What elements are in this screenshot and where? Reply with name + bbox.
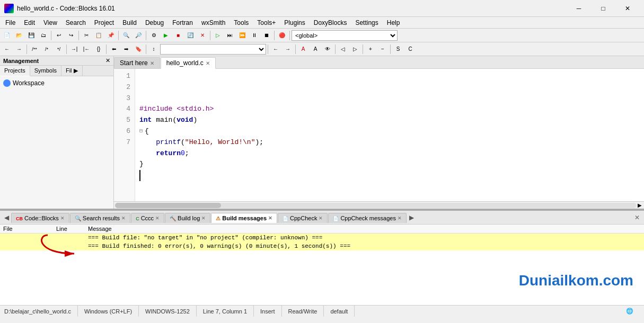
menu-item-file[interactable]: File [1, 18, 20, 28]
logs-tab-close[interactable]: ✕ [155, 216, 160, 221]
menu-item-wxsmith[interactable]: wxSmith [197, 18, 230, 28]
menu-item-search[interactable]: Search [61, 18, 90, 28]
menu-item-project[interactable]: Project [90, 18, 118, 28]
minimize-button[interactable]: ─ [567, 0, 591, 17]
highlight-btn[interactable]: A [297, 43, 309, 55]
bookmark-prev[interactable]: ⬅ [108, 43, 120, 55]
zoom-in[interactable]: + [365, 43, 376, 55]
horizontal-scrollbar[interactable]: ▶ [114, 201, 644, 209]
forward-button[interactable]: → [13, 43, 25, 55]
scroll-thumb[interactable] [115, 203, 221, 208]
indent-btn[interactable]: →| [68, 43, 80, 55]
sidebar-close[interactable]: ✕ [105, 57, 110, 64]
bookmark-toggle[interactable]: 🔖 [133, 43, 144, 55]
bottom-panel-close[interactable]: ✕ [632, 214, 642, 221]
cursor-left[interactable]: ◁ [337, 43, 349, 55]
menu-item-help[interactable]: Help [383, 18, 404, 28]
logs-tab-search-results[interactable]: 🔍Search results✕ [70, 213, 130, 223]
logs-tab-cccc[interactable]: CCccc✕ [131, 213, 164, 223]
logs-tab-prev[interactable]: ◀ [2, 214, 11, 221]
step-over-button[interactable]: ⏩ [236, 30, 248, 41]
tab-close-start-here[interactable]: ✕ [150, 60, 154, 66]
code-content[interactable]: #include <stdio.h>int main(void)⊟{ print… [135, 69, 644, 201]
save-button[interactable]: 💾 [25, 30, 37, 41]
copy-button[interactable]: 📋 [93, 30, 104, 41]
breakpoint-button[interactable]: 🔴 [276, 30, 288, 41]
zoom-out[interactable]: − [377, 43, 389, 55]
cut-button[interactable]: ✂ [81, 30, 92, 41]
comment-btn[interactable]: /* [41, 43, 52, 55]
logs-tab-next[interactable]: ▶ [407, 214, 416, 221]
sidebar-header: Management ✕ [0, 56, 113, 66]
logs-tab-close[interactable]: ✕ [121, 216, 126, 221]
logs-tab-build-messages[interactable]: ⚠Build messages✕ [211, 213, 277, 223]
logs-tab-close[interactable]: ✕ [60, 216, 65, 221]
match-btn[interactable]: {} [93, 43, 104, 55]
menu-item-doxyblocks[interactable]: DoxyBlocks [310, 18, 351, 28]
menu-item-debug[interactable]: Debug [141, 18, 168, 28]
stop-debug-button[interactable]: ⏹ [261, 30, 272, 41]
c-btn[interactable]: C [404, 43, 416, 55]
cursor-right[interactable]: ▷ [349, 43, 361, 55]
maximize-button[interactable]: □ [591, 0, 615, 17]
font-btn[interactable]: A [310, 43, 321, 55]
paste-button[interactable]: 📌 [105, 30, 117, 41]
redo-button[interactable]: ↪ [65, 30, 77, 41]
run-button[interactable]: ▶ [160, 30, 172, 41]
save-all-button[interactable]: 🗂 [38, 30, 49, 41]
menu-item-settings[interactable]: Settings [351, 18, 382, 28]
rebuild-button[interactable]: 🔄 [184, 30, 196, 41]
close-button[interactable]: ✕ [615, 0, 640, 17]
logs-tab-build-log[interactable]: 🔨Build log✕ [165, 213, 210, 223]
settings-button[interactable]: ⚙ [148, 30, 160, 41]
fwd2-btn[interactable]: → [282, 43, 294, 55]
editor-tab-hello-world-c[interactable]: hello_world.c✕ [161, 57, 216, 69]
bookmark-next[interactable]: ➡ [120, 43, 132, 55]
uncomment-btn[interactable]: */ [53, 43, 65, 55]
menu-item-tools+[interactable]: Tools+ [253, 18, 280, 28]
logs-tab-close[interactable]: ✕ [268, 216, 272, 221]
abort-button[interactable]: ✕ [197, 30, 208, 41]
logs-tab-close[interactable]: ✕ [398, 216, 402, 221]
logs-tab-cppcheck-messages[interactable]: 📄CppCheck messages✕ [328, 213, 407, 223]
scroll-right-arrow[interactable]: ▶ [637, 202, 643, 208]
sidebar-tab-fil--[interactable]: Fil ▶ [61, 66, 83, 76]
menu-item-view[interactable]: View [39, 18, 61, 28]
back-button[interactable]: ← [1, 43, 13, 55]
status-extra: default [324, 306, 355, 317]
menu-item-build[interactable]: Build [118, 18, 141, 28]
logs-tab-cppcheck[interactable]: 📄CppCheck✕ [278, 213, 328, 223]
debug-button[interactable]: ▷ [212, 30, 224, 41]
logs-tab-close[interactable]: ✕ [319, 216, 323, 221]
logs-tab-code--blocks[interactable]: CBCode::Blocks✕ [11, 213, 69, 223]
pause-button[interactable]: ⏸ [249, 30, 260, 41]
jump-btn[interactable]: ↕ [148, 43, 160, 55]
open-button[interactable]: 📂 [13, 30, 25, 41]
menu-item-fortran[interactable]: Fortran [168, 18, 197, 28]
step-button[interactable]: ⏭ [224, 30, 236, 41]
menu-item-edit[interactable]: Edit [20, 18, 39, 28]
new-file-button[interactable]: 📄 [1, 30, 13, 41]
sep11 [146, 44, 146, 54]
logs-tab-close[interactable]: ✕ [201, 216, 206, 221]
undo-button[interactable]: ↩ [53, 30, 65, 41]
back2-btn[interactable]: ← [270, 43, 281, 55]
sidebar-tab-projects[interactable]: Projects [0, 66, 30, 76]
view-btn[interactable]: 👁 [322, 43, 333, 55]
replace-button[interactable]: 🔎 [133, 30, 144, 41]
refresh-btn[interactable]: S [392, 43, 404, 55]
sidebar-tab-symbols[interactable]: Symbols [30, 66, 61, 76]
code-editor[interactable]: 1234567 #include <stdio.h>int main(void)… [114, 69, 644, 201]
code-combo[interactable] [160, 44, 266, 55]
editor-tab-start-here[interactable]: Start here✕ [114, 57, 160, 68]
find-button[interactable]: 🔍 [120, 30, 132, 41]
global-combo[interactable]: <global> [292, 30, 398, 41]
logs-tab-label: Search results [83, 215, 120, 221]
menu-item-plugins[interactable]: Plugins [280, 18, 309, 28]
menu-item-tools[interactable]: Tools [230, 18, 253, 28]
unindent-btn[interactable]: |← [81, 43, 92, 55]
tab-close-hello-world-c[interactable]: ✕ [206, 60, 210, 66]
bottom-panel: ◀ CBCode::Blocks✕🔍Search results✕CCccc✕🔨… [0, 210, 644, 305]
stop-button[interactable]: ■ [172, 30, 184, 41]
toggle-comment[interactable]: /** [29, 43, 40, 55]
